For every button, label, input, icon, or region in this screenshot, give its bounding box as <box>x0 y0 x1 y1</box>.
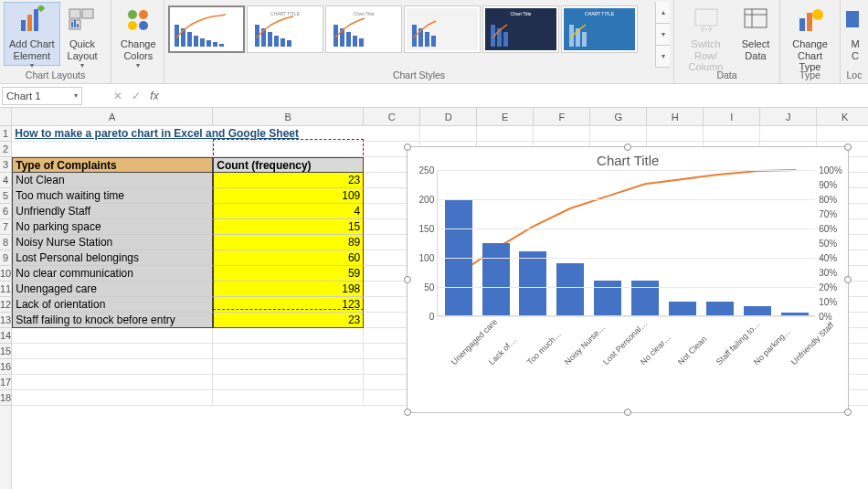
add-chart-element-button[interactable]: Add Chart Element ▾ <box>4 2 60 66</box>
column-header[interactable]: H <box>647 108 704 125</box>
cell[interactable]: 23 <box>213 173 364 188</box>
cell[interactable] <box>760 126 817 142</box>
column-header[interactable]: E <box>477 108 534 125</box>
bar[interactable] <box>706 302 734 315</box>
row-header[interactable]: 2 <box>0 142 11 157</box>
column-header[interactable]: I <box>704 108 760 125</box>
move-chart-button[interactable]: M C <box>844 2 866 66</box>
chart-style-2[interactable]: CHART TITLE <box>247 5 323 53</box>
cell[interactable] <box>12 375 213 390</box>
cell[interactable]: 89 <box>213 235 364 250</box>
cell[interactable] <box>647 126 704 142</box>
cell[interactable]: Not Clean <box>12 173 213 188</box>
fx-icon[interactable]: fx <box>145 90 164 102</box>
cell[interactable] <box>12 142 213 157</box>
bar[interactable] <box>594 281 621 315</box>
bar[interactable] <box>631 281 659 315</box>
column-header[interactable]: F <box>534 108 590 125</box>
plot-area[interactable]: 0501001502002500%10%20%30%40%50%60%70%80… <box>437 170 815 316</box>
cell[interactable] <box>534 126 590 142</box>
cell[interactable] <box>213 390 364 406</box>
cell[interactable]: How to make a pareto chart in Excel and … <box>12 126 420 142</box>
bar[interactable] <box>781 313 809 315</box>
bar[interactable] <box>744 306 771 315</box>
worksheet[interactable]: 123456789101112131415161718 ABCDEFGHIJK … <box>0 108 868 489</box>
change-colors-button[interactable]: Change Colors ▾ <box>115 2 162 66</box>
chart-style-4[interactable] <box>404 5 481 53</box>
cell[interactable] <box>213 142 364 157</box>
embedded-chart[interactable]: Chart Title 0501001502002500%10%20%30%40… <box>407 146 849 413</box>
cell[interactable]: 109 <box>213 188 364 204</box>
row-header[interactable]: 11 <box>0 282 11 297</box>
row-header[interactable]: 8 <box>0 235 11 250</box>
cell[interactable]: Count (frequency) <box>213 157 364 173</box>
chart-style-1[interactable] <box>168 5 245 53</box>
cell[interactable]: Lost Personal belongings <box>12 250 213 266</box>
row-header[interactable]: 9 <box>0 250 11 266</box>
cell[interactable]: 198 <box>213 282 364 297</box>
cell[interactable]: Noisy Nurse Station <box>12 235 213 250</box>
column-header[interactable]: A <box>12 108 213 125</box>
cell[interactable] <box>12 344 213 359</box>
formula-input[interactable] <box>164 87 868 105</box>
cell[interactable]: Unfriendly Staff <box>12 204 213 219</box>
cell[interactable]: Staff failing to knock before entry <box>12 313 213 328</box>
column-header[interactable]: B <box>213 108 364 125</box>
cell[interactable] <box>213 328 364 344</box>
cell[interactable] <box>817 126 868 142</box>
column-header[interactable]: C <box>364 108 420 125</box>
bar[interactable] <box>556 263 584 315</box>
cell[interactable] <box>213 344 364 359</box>
cell[interactable] <box>12 328 213 344</box>
cell[interactable] <box>590 126 647 142</box>
row-header[interactable]: 4 <box>0 173 11 188</box>
bar[interactable] <box>519 251 546 315</box>
column-header[interactable]: K <box>817 108 868 125</box>
cell[interactable]: Type of Complaints <box>12 157 213 173</box>
column-header[interactable]: D <box>420 108 477 125</box>
chart-style-3[interactable]: Chart Title <box>325 5 402 53</box>
name-box[interactable]: Chart 1 ▾ <box>2 87 82 105</box>
cell[interactable]: 15 <box>213 219 364 235</box>
cell[interactable]: 4 <box>213 204 364 219</box>
cell[interactable]: Lack of orientation <box>12 297 213 313</box>
row-header[interactable]: 1 <box>0 126 11 142</box>
chart-title[interactable]: Chart Title <box>408 153 848 168</box>
cell[interactable]: No clear communication <box>12 266 213 282</box>
row-header[interactable]: 5 <box>0 188 11 204</box>
row-header[interactable]: 6 <box>0 204 11 219</box>
cell[interactable] <box>477 126 534 142</box>
row-header[interactable]: 18 <box>0 390 11 406</box>
column-header[interactable]: J <box>760 108 817 125</box>
row-header[interactable]: 10 <box>0 266 11 282</box>
row-header[interactable]: 16 <box>0 359 11 375</box>
row-header[interactable]: 13 <box>0 313 11 328</box>
bar[interactable] <box>669 302 696 315</box>
cell[interactable] <box>420 126 477 142</box>
cell[interactable]: No parking space <box>12 219 213 235</box>
chart-styles-gallery[interactable]: CHART TITLE Chart Title Chart Title CHAR… <box>168 2 653 68</box>
cell[interactable]: Too much waiting time <box>12 188 213 204</box>
chart-style-6[interactable]: CHART TITLE <box>561 5 638 53</box>
row-header[interactable]: 7 <box>0 219 11 235</box>
row-header[interactable]: 17 <box>0 375 11 390</box>
row-header[interactable]: 14 <box>0 328 11 344</box>
change-chart-type-button[interactable]: Change Chart Type <box>784 2 836 66</box>
bar[interactable] <box>482 243 510 315</box>
quick-layout-button[interactable]: Quick Layout ▾ <box>62 2 103 66</box>
cell[interactable] <box>213 359 364 375</box>
dropdown-arrow-icon[interactable]: ▾ <box>74 91 78 100</box>
cell[interactable] <box>12 390 213 406</box>
row-header[interactable]: 12 <box>0 297 11 313</box>
cell[interactable]: 23 <box>213 313 364 328</box>
cell[interactable]: 123 <box>213 297 364 313</box>
cell[interactable]: 60 <box>213 250 364 266</box>
cell[interactable] <box>12 359 213 375</box>
row-header[interactable]: 3 <box>0 157 11 173</box>
cell[interactable] <box>704 126 760 142</box>
cell[interactable]: 59 <box>213 266 364 282</box>
style-gallery-scroll[interactable]: ▴▾▾ <box>655 2 670 68</box>
chart-style-5[interactable]: Chart Title <box>482 5 559 53</box>
cell[interactable] <box>213 375 364 390</box>
select-data-button[interactable]: Select Data <box>736 2 776 66</box>
